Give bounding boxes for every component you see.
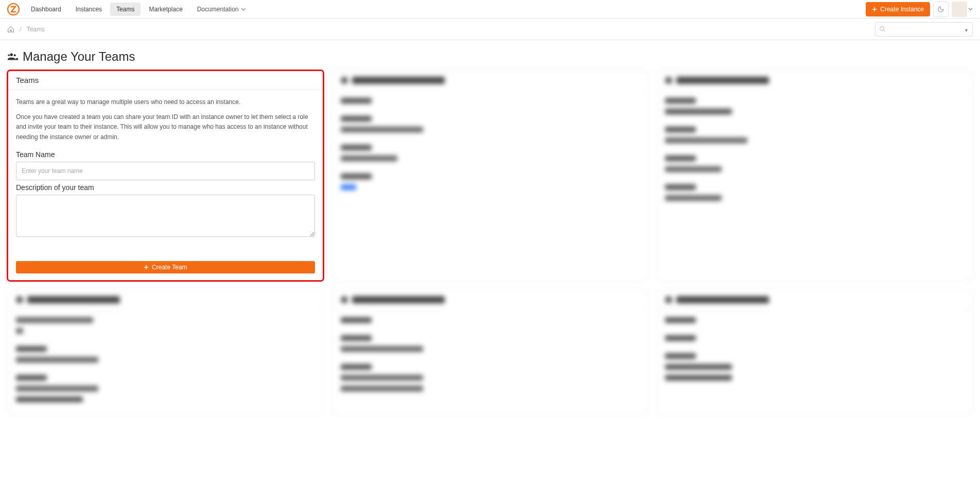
svg-point-3 [14,54,16,56]
breadcrumb-separator: / [20,25,22,33]
page-header: Manage Your Teams [0,40,980,70]
breadcrumb-home[interactable] [7,26,14,33]
plus-icon [144,265,149,270]
create-team-card-header: Teams [8,71,323,90]
avatar[interactable] [952,2,967,17]
team-desc-label: Description of your team [16,183,315,192]
nav-teams[interactable]: Teams [110,3,141,16]
nav-marketplace[interactable]: Marketplace [143,3,188,16]
create-team-card: Teams Teams are a great way to manage mu… [7,70,324,281]
team-name-label: Team Name [16,150,315,159]
teams-grid: Teams Teams are a great way to manage mu… [0,70,980,425]
search-input[interactable] [875,22,973,37]
breadcrumb-bar: / Teams ▼ [0,19,980,40]
svg-point-2 [10,54,13,57]
nav-dashboard[interactable]: Dashboard [25,3,67,16]
breadcrumb-current: Teams [27,26,45,33]
avatar-caret-icon[interactable] [968,5,973,13]
people-icon [7,51,19,62]
nav-instances[interactable]: Instances [69,3,108,16]
search-icon [879,26,886,32]
create-team-button-label: Create Team [152,264,187,271]
team-card-blurred [656,70,973,281]
team-card-blurred [656,289,973,415]
teams-intro-text: Teams are a great way to manage multiple… [16,97,315,107]
teams-detail-text: Once you have created a team you can sha… [16,112,315,142]
nav-documentation-label: Documentation [197,6,239,13]
create-team-button[interactable]: Create Team [16,261,315,273]
team-card-blurred [332,289,649,415]
nav-items: Dashboard Instances Teams Marketplace Do… [25,3,252,16]
top-nav: Dashboard Instances Teams Marketplace Do… [0,0,980,19]
team-desc-textarea[interactable] [16,195,315,237]
team-card-blurred [7,289,324,415]
svg-point-4 [8,54,10,56]
theme-toggle-button[interactable] [933,2,949,17]
create-instance-button[interactable]: Create Instance [866,2,930,16]
search-caret-icon[interactable]: ▼ [964,28,969,33]
create-instance-label: Create Instance [880,6,924,13]
plus-icon [872,7,877,12]
svg-point-1 [880,26,884,30]
logo[interactable] [7,3,20,15]
nav-documentation[interactable]: Documentation [191,3,252,16]
home-icon [7,26,14,33]
page-title: Manage Your Teams [23,49,135,64]
team-card-blurred [332,70,649,281]
team-name-input[interactable] [16,162,315,180]
moon-icon [937,6,944,13]
chevron-down-icon [241,7,246,12]
search-wrap: ▼ [875,22,973,37]
